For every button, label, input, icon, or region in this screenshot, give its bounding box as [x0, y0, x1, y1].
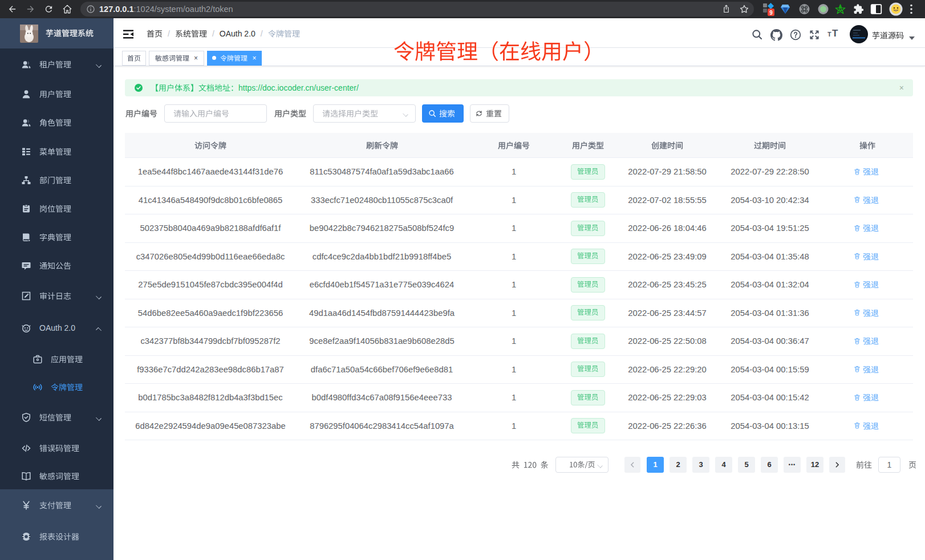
svg-text:T: T — [827, 31, 831, 38]
svg-text:T: T — [832, 28, 838, 38]
svg-text:9: 9 — [769, 10, 773, 16]
